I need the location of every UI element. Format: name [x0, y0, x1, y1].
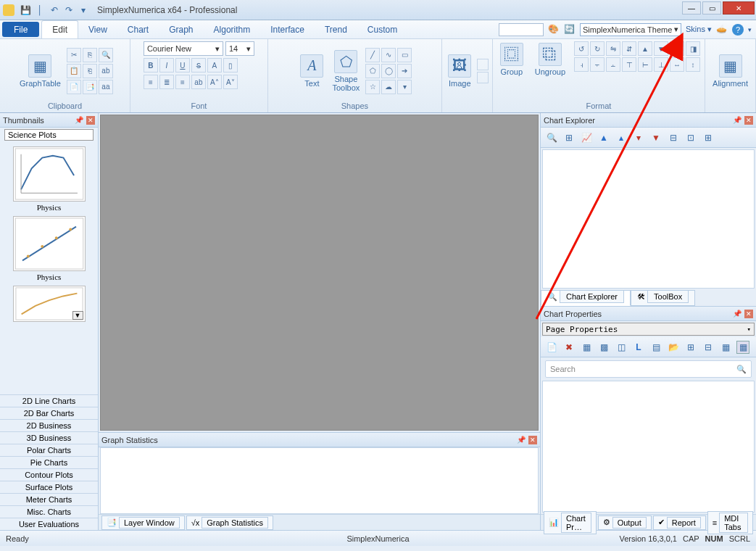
more-shapes-icon[interactable]: ▾	[397, 80, 412, 94]
tab-edit[interactable]: Edit	[41, 20, 78, 38]
palette-icon[interactable]: 🎨	[548, 24, 560, 36]
close-icon[interactable]: ✕	[744, 310, 753, 318]
bring-front-icon[interactable]: ▲	[638, 41, 652, 56]
p5-icon[interactable]: ▤	[649, 341, 662, 354]
dist-h-icon[interactable]: ↔	[670, 57, 684, 72]
font-name-combo[interactable]: Courier New▾	[144, 41, 223, 56]
cat-2d-line[interactable]: 2D Line Charts	[0, 394, 98, 407]
p10-icon[interactable]: ▦	[736, 341, 749, 354]
cat-2d-bar[interactable]: 2D Bar Charts	[0, 407, 98, 419]
align-center-icon[interactable]: ≣	[159, 75, 174, 89]
tab-chart[interactable]: Chart	[117, 20, 159, 38]
tab-trend[interactable]: Trend	[315, 20, 357, 38]
paste2-icon[interactable]: 📄	[67, 80, 81, 94]
p2-icon[interactable]: ▩	[597, 341, 610, 354]
p3-icon[interactable]: ◫	[615, 341, 628, 354]
flip-h-icon[interactable]: ⇋	[606, 41, 620, 56]
tree1-icon[interactable]: ⊟	[667, 131, 680, 144]
shrink-font-icon[interactable]: A˅	[223, 75, 238, 89]
align-r-icon[interactable]: ⫠	[606, 57, 620, 72]
align-t-icon[interactable]: ⊤	[622, 57, 636, 72]
copy2-icon[interactable]: ⎗	[83, 64, 97, 78]
tab-file[interactable]: File	[2, 22, 39, 37]
help-icon[interactable]: ?	[732, 24, 744, 36]
zoom-icon[interactable]: 🔍	[545, 131, 558, 144]
poly-icon[interactable]: ⬠	[365, 64, 380, 78]
dist-v-icon[interactable]: ↕	[686, 57, 700, 72]
star-icon[interactable]: ☆	[365, 80, 380, 94]
cat-contour[interactable]: Contour Plots	[0, 468, 98, 481]
rect-icon[interactable]: ▭	[397, 48, 412, 62]
qat-dropdown-icon[interactable]: ▾	[77, 4, 90, 17]
p8-icon[interactable]: ⊟	[702, 341, 715, 354]
tree2-icon[interactable]: ⊡	[684, 131, 697, 144]
page-properties-combo[interactable]: Page Properties	[542, 323, 755, 336]
find-icon[interactable]: 🔍	[99, 48, 113, 62]
pie-icon[interactable]: 🥧	[716, 24, 728, 36]
redo-icon[interactable]: ↷	[62, 4, 75, 17]
arrow-icon[interactable]: ➔	[397, 64, 412, 78]
ungroup-button[interactable]: ⿻Ungroup	[532, 41, 568, 78]
line-icon[interactable]: ╱	[365, 48, 380, 62]
scroll-down-icon[interactable]: ▼	[72, 311, 83, 320]
tab-report[interactable]: ✔ Report	[653, 515, 706, 530]
justify-icon[interactable]: ab	[191, 75, 206, 89]
close-button[interactable]: ✕	[723, 1, 755, 14]
align-c-icon[interactable]: ⫟	[590, 57, 605, 72]
cut-icon[interactable]: ✂	[67, 48, 81, 62]
thumbnail-item[interactable]: Physics	[13, 146, 86, 212]
bold-button[interactable]: B	[144, 58, 158, 72]
alignment-button[interactable]: ▦Alignment	[710, 53, 751, 89]
undo-icon[interactable]: ↶	[48, 4, 61, 17]
align-left-icon[interactable]: ≡	[144, 75, 158, 89]
tab-layer-window[interactable]: 📑 Layer Window	[101, 515, 185, 530]
p1-icon[interactable]: ▦	[580, 341, 593, 354]
cat-polar[interactable]: Polar Charts	[0, 444, 98, 456]
graphtable-button[interactable]: ▦GraphTable	[17, 53, 64, 89]
theme-selector[interactable]: SimplexNumerica Theme▾	[580, 23, 681, 36]
strike-button[interactable]: S̶	[191, 58, 206, 72]
image-opt1-icon[interactable]	[477, 59, 489, 70]
down2-icon[interactable]: ▼	[649, 131, 662, 144]
ellipse-icon[interactable]: ◯	[381, 64, 396, 78]
cat-pie[interactable]: Pie Charts	[0, 456, 98, 468]
new-icon[interactable]: 📄	[545, 341, 558, 354]
tab-view[interactable]: View	[78, 20, 117, 38]
p4-icon[interactable]: L	[632, 341, 645, 354]
align-right-icon[interactable]: ≡	[175, 75, 190, 89]
search-input[interactable]: Search	[545, 360, 752, 378]
align-m-icon[interactable]: ⊢	[638, 57, 652, 72]
canvas[interactable]	[100, 115, 539, 431]
tab-custom[interactable]: Custom	[357, 20, 407, 38]
pin-icon[interactable]: 📌	[75, 116, 83, 124]
up2-icon[interactable]: ▴	[615, 131, 628, 144]
rotate-right-icon[interactable]: ↻	[590, 41, 605, 56]
tab-chart-explorer[interactable]: 🔍 Chart Explorer	[541, 290, 631, 306]
cat-misc[interactable]: Misc. Charts	[0, 505, 98, 518]
cat-meter[interactable]: Meter Charts	[0, 493, 98, 505]
tab-interface[interactable]: Interface	[260, 20, 315, 38]
font-size-combo[interactable]: 14▾	[225, 41, 254, 56]
thumbnail-item[interactable]: ▼	[13, 286, 86, 322]
shape-toolbox-button[interactable]: ⬠Shape Toolbox	[329, 49, 362, 94]
rotate-left-icon[interactable]: ↺	[574, 41, 589, 56]
send-back-icon[interactable]: ▼	[654, 41, 668, 56]
flip2-icon[interactable]: ◨	[686, 41, 700, 56]
select-icon[interactable]: aa	[99, 80, 113, 94]
copy-icon[interactable]: ⎘	[83, 48, 97, 62]
chart-icon[interactable]: 📈	[580, 131, 593, 144]
cat-user[interactable]: User Evaluations	[0, 518, 98, 530]
ribbon-combo[interactable]	[499, 23, 544, 36]
sync-icon[interactable]: 🔄	[564, 24, 576, 36]
tab-chart-pr[interactable]: 📊 Chart Pr…	[544, 511, 597, 534]
p6-icon[interactable]: 📂	[667, 341, 680, 354]
maximize-button[interactable]: ▭	[702, 1, 721, 14]
tab-toolbox[interactable]: 🛠 ToolBox	[631, 290, 695, 306]
paste3-icon[interactable]: 📑	[83, 80, 97, 94]
font-color-icon[interactable]: A	[207, 58, 222, 72]
align-l-icon[interactable]: ⫞	[574, 57, 589, 72]
del-icon[interactable]: ✖	[562, 341, 576, 354]
tree3-icon[interactable]: ⊞	[702, 131, 715, 144]
grow-font-icon[interactable]: A˄	[207, 75, 222, 89]
close-icon[interactable]: ✕	[744, 116, 753, 125]
